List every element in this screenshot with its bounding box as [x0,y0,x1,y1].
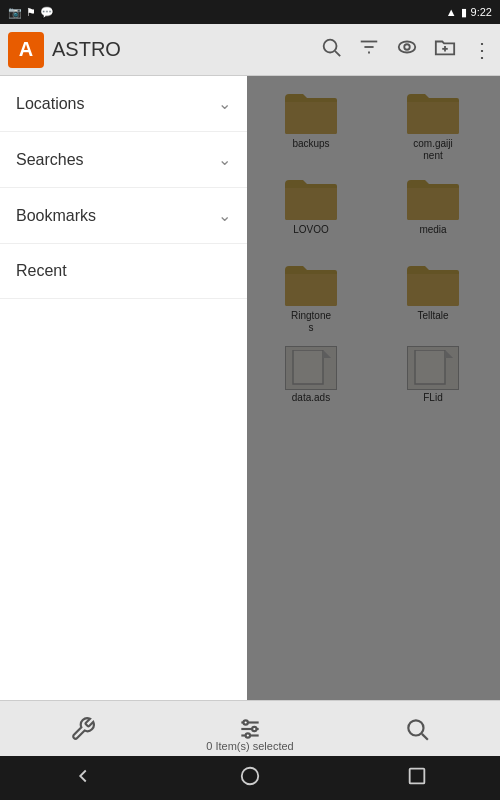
drawer-item-locations[interactable]: Locations ⌄ [0,76,247,132]
status-left-icons: 📷 ⚑ 💬 [8,6,54,19]
svg-line-1 [335,51,340,56]
svg-point-6 [404,44,410,50]
toolbar-icons: ⋮ [320,36,492,63]
dim-overlay[interactable] [247,76,500,700]
eye-icon[interactable] [396,36,418,63]
svg-point-19 [252,726,256,730]
search-icon[interactable] [320,36,342,63]
drawer-item-recent[interactable]: Recent [0,244,247,299]
search-button[interactable] [404,716,430,742]
app-logo: A [8,32,44,68]
svg-point-20 [246,733,250,737]
battery-icon: ▮ [461,6,467,19]
svg-point-21 [408,720,423,735]
wifi-icon: ▲ [446,6,457,18]
back-button[interactable] [72,765,94,792]
svg-point-18 [243,720,247,724]
notification-icon-1: 📷 [8,6,22,19]
home-button[interactable] [239,765,261,792]
svg-rect-24 [409,768,424,783]
svg-point-23 [242,767,259,784]
status-bar: 📷 ⚑ 💬 ▲ ▮ 9:22 [0,0,500,24]
app-title: ASTRO [52,38,312,61]
recents-button[interactable] [406,765,428,792]
svg-point-0 [324,40,337,53]
svg-line-22 [422,733,428,739]
drawer-item-searches[interactable]: Searches ⌄ [0,132,247,188]
tools-button[interactable] [70,716,96,742]
drawer-item-bookmarks[interactable]: Bookmarks ⌄ [0,188,247,244]
more-icon[interactable]: ⋮ [472,38,492,62]
selection-status: 0 Item(s) selected [206,740,293,752]
chevron-down-icon: ⌄ [218,150,231,169]
filter-icon[interactable] [358,36,380,63]
notification-icon-3: 💬 [40,6,54,19]
time-display: 9:22 [471,6,492,18]
navigation-drawer: Locations ⌄ Searches ⌄ Bookmarks ⌄ Recen… [0,76,247,700]
bottom-bar: 0 Item(s) selected [0,700,500,756]
status-right-icons: ▲ ▮ 9:22 [446,6,492,19]
svg-point-5 [399,42,416,53]
chevron-down-icon: ⌄ [218,206,231,225]
app-bar: A ASTRO ⋮ [0,24,500,76]
new-folder-icon[interactable] [434,36,456,63]
chevron-down-icon: ⌄ [218,94,231,113]
sliders-button[interactable] [237,716,263,742]
notification-icon-2: ⚑ [26,6,36,19]
nav-bar [0,756,500,800]
main-area: ifierVCach aquery backups com.gaijinent … [0,76,500,700]
